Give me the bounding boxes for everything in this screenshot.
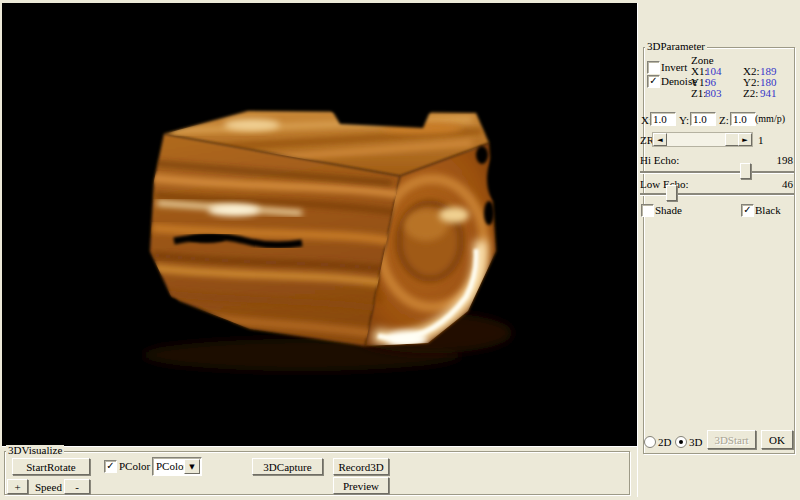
preview-button[interactable]: Preview xyxy=(333,477,389,494)
scroll-right-icon[interactable]: ► xyxy=(738,133,752,146)
zone-z2-value: 941 xyxy=(760,87,777,99)
speed-label: Speed xyxy=(35,481,62,493)
3d-capture-button[interactable]: 3DCapture xyxy=(252,458,323,475)
shade-checkbox[interactable]: ✓ xyxy=(641,204,654,217)
black-checkbox[interactable]: ✓ xyxy=(741,204,754,217)
scale-y-input[interactable] xyxy=(690,112,716,126)
shade-label: Shade xyxy=(655,204,682,216)
speed-plus-button[interactable]: + xyxy=(7,479,28,494)
scroll-left-icon[interactable]: ◄ xyxy=(653,133,667,146)
zone-z2-label: Z2: xyxy=(743,87,758,99)
invert-label: Invert xyxy=(661,61,687,73)
pcolor-checkbox[interactable]: ✓ xyxy=(104,460,117,473)
mode-3d-label: 3D xyxy=(689,436,702,448)
low-echo-slider-thumb[interactable] xyxy=(666,185,677,201)
pcolor-dropdown-value: PColor xyxy=(156,460,187,472)
ok-button[interactable]: OK xyxy=(761,430,793,449)
dropdown-arrow-icon[interactable]: ▼ xyxy=(184,459,200,474)
zrate-value: 1 xyxy=(758,134,764,146)
3d-start-button[interactable]: 3DStart xyxy=(707,430,756,449)
checkmark-icon: ✓ xyxy=(743,205,751,215)
visualize-group-title: 3DVisualize xyxy=(6,445,64,456)
scale-unit-label: (mm/p) xyxy=(755,113,785,125)
parameter-groupbox xyxy=(643,47,795,454)
app-window: 3DVisualize StartRotate + Speed - ✓ PCol… xyxy=(0,0,800,500)
denoise-checkbox[interactable]: ✓ xyxy=(647,75,660,88)
mode-2d-radio[interactable] xyxy=(644,436,656,448)
volume-render xyxy=(2,3,637,446)
3d-viewport[interactable] xyxy=(2,3,637,446)
invert-checkbox[interactable]: ✓ xyxy=(647,61,660,74)
pcolor-checkbox-label: PColor xyxy=(119,460,150,472)
hi-echo-slider-thumb[interactable] xyxy=(740,163,751,179)
bottom-toolbar: 3DVisualize StartRotate + Speed - ✓ PCol… xyxy=(2,446,637,498)
radio-dot-icon xyxy=(679,440,683,444)
zone-z1-label: Z1: xyxy=(691,87,706,99)
parameter-group-title: 3DParameter xyxy=(645,41,707,52)
checkmark-icon: ✓ xyxy=(106,461,114,471)
black-label: Black xyxy=(755,204,781,216)
pcolor-dropdown[interactable]: PColor ▼ xyxy=(152,457,202,476)
scale-y-label: Y: xyxy=(679,114,689,126)
speed-minus-button[interactable]: - xyxy=(64,479,90,494)
checkmark-icon: ✓ xyxy=(649,76,657,86)
mode-3d-radio[interactable] xyxy=(675,436,687,448)
scale-z-label: Z: xyxy=(719,114,729,126)
zrate-scrollbar[interactable]: ◄ ► xyxy=(652,132,753,147)
scale-x-input[interactable] xyxy=(650,112,676,126)
parameter-panel: 3DParameter ✓ Invert ✓ Denoise Zone X1: … xyxy=(637,3,799,497)
scale-z-input[interactable] xyxy=(730,112,756,126)
mode-2d-label: 2D xyxy=(658,436,671,448)
record-3d-button[interactable]: Record3D xyxy=(333,458,389,475)
start-rotate-button[interactable]: StartRotate xyxy=(12,458,90,475)
zone-z1-value: 803 xyxy=(705,87,722,99)
